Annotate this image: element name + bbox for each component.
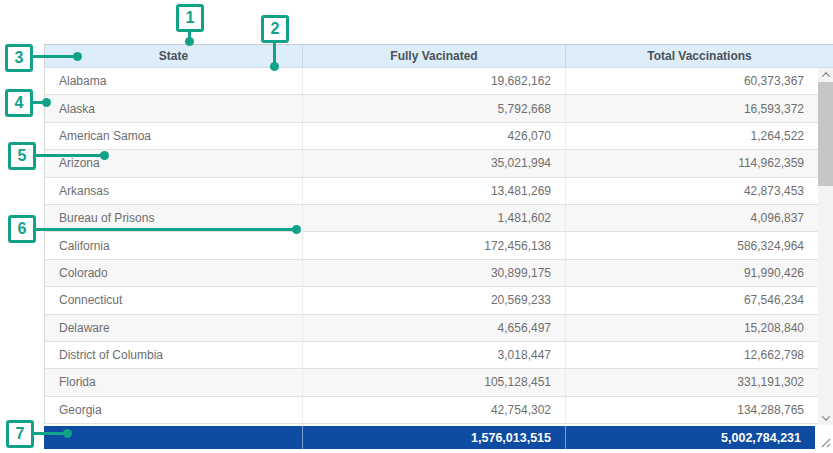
- total-vaccinations-cell: 12,662,798: [565, 342, 818, 368]
- callout-6: 6: [8, 215, 36, 243]
- callout-1: 1: [176, 4, 204, 32]
- column-header-total-vaccinations[interactable]: Total Vaccinations: [565, 45, 833, 67]
- total-vaccinations-cell: 91,990,426: [565, 260, 818, 286]
- callout-7: 7: [6, 420, 34, 448]
- callout-3-dot: [73, 52, 82, 61]
- state-cell: Alabama: [45, 68, 302, 94]
- callout-7-dot: [63, 429, 72, 438]
- state-cell: Arkansas: [45, 178, 302, 204]
- state-cell: District of Columbia: [45, 342, 302, 368]
- fully-vaccinated-cell: 20,569,233: [302, 287, 565, 313]
- total-vaccinations-cell: 15,208,840: [565, 315, 818, 341]
- total-vaccinations-cell: 114,962,359: [565, 150, 818, 176]
- total-vaccinations-cell: 134,288,765: [565, 397, 818, 423]
- vertical-scrollbar[interactable]: [818, 68, 833, 425]
- callout-3: 3: [5, 44, 33, 72]
- state-cell: American Samoa: [45, 123, 302, 149]
- state-cell: California: [45, 232, 302, 258]
- table-row[interactable]: Alabama19,682,16260,373,367: [45, 68, 818, 95]
- callout-1-dot: [185, 37, 194, 46]
- summary-total-vaccinations-cell: 5,002,784,231: [565, 426, 815, 449]
- callout-2-dot: [270, 62, 279, 71]
- fully-vaccinated-cell: 42,754,302: [302, 397, 565, 423]
- table-row[interactable]: Georgia42,754,302134,288,765: [45, 397, 818, 424]
- callout-5-dot: [100, 151, 109, 160]
- summary-fully-vaccinated-cell: 1,576,013,515: [302, 426, 565, 449]
- fully-vaccinated-cell: 30,899,175: [302, 260, 565, 286]
- state-cell: Connecticut: [45, 287, 302, 313]
- table-body: Alabama19,682,16260,373,367Alaska5,792,6…: [44, 68, 818, 424]
- summary-state-cell: [44, 426, 302, 449]
- fully-vaccinated-cell: 3,018,447: [302, 342, 565, 368]
- table-widget-screenshot: State Fully Vacinated Total Vaccinations…: [0, 0, 833, 453]
- table-row[interactable]: American Samoa426,0701,264,522: [45, 123, 818, 150]
- scroll-up-button[interactable]: [818, 68, 833, 82]
- summary-row: 1,576,013,515 5,002,784,231: [44, 426, 815, 449]
- table-row[interactable]: Connecticut20,569,23367,546,234: [45, 287, 818, 314]
- total-vaccinations-cell: 1,264,522: [565, 123, 818, 149]
- scroll-down-button[interactable]: [818, 411, 833, 425]
- state-cell: Georgia: [45, 397, 302, 423]
- table-row[interactable]: Alaska5,792,66816,593,372: [45, 95, 818, 122]
- total-vaccinations-cell: 60,373,367: [565, 68, 818, 94]
- total-vaccinations-cell: 67,546,234: [565, 287, 818, 313]
- column-header-fully-vaccinated[interactable]: Fully Vacinated: [302, 45, 565, 67]
- table-header-row: State Fully Vacinated Total Vaccinations: [44, 44, 833, 68]
- callout-5: 5: [8, 142, 36, 170]
- table-row[interactable]: California172,456,138586,324,964: [45, 232, 818, 259]
- callout-4-dot: [42, 98, 51, 107]
- fully-vaccinated-cell: 105,128,451: [302, 369, 565, 395]
- fully-vaccinated-cell: 1,481,602: [302, 205, 565, 231]
- fully-vaccinated-cell: 5,792,668: [302, 95, 565, 121]
- scrollbar-thumb[interactable]: [818, 82, 833, 186]
- total-vaccinations-cell: 4,096,837: [565, 205, 818, 231]
- state-cell: Delaware: [45, 315, 302, 341]
- state-cell: Florida: [45, 369, 302, 395]
- state-cell: Colorado: [45, 260, 302, 286]
- table-row[interactable]: Delaware4,656,49715,208,840: [45, 315, 818, 342]
- callout-6-line: [36, 228, 296, 231]
- chevron-up-icon: [821, 72, 829, 80]
- callout-5-line: [36, 154, 104, 157]
- total-vaccinations-cell: 42,873,453: [565, 178, 818, 204]
- callout-3-line: [33, 55, 78, 58]
- callout-2-line: [273, 42, 276, 64]
- resize-grip-icon[interactable]: [821, 434, 831, 444]
- table-row[interactable]: District of Columbia3,018,44712,662,798: [45, 342, 818, 369]
- fully-vaccinated-cell: 4,656,497: [302, 315, 565, 341]
- table-row[interactable]: Arkansas13,481,26942,873,453: [45, 178, 818, 205]
- chevron-down-icon: [821, 412, 829, 420]
- state-cell: Alaska: [45, 95, 302, 121]
- fully-vaccinated-cell: 35,021,994: [302, 150, 565, 176]
- fully-vaccinated-cell: 13,481,269: [302, 178, 565, 204]
- fully-vaccinated-cell: 19,682,162: [302, 68, 565, 94]
- callout-2: 2: [261, 15, 289, 43]
- table-row[interactable]: Colorado30,899,17591,990,426: [45, 260, 818, 287]
- fully-vaccinated-cell: 172,456,138: [302, 232, 565, 258]
- fully-vaccinated-cell: 426,070: [302, 123, 565, 149]
- column-header-state[interactable]: State: [45, 45, 302, 67]
- total-vaccinations-cell: 586,324,964: [565, 232, 818, 258]
- table-row[interactable]: Florida105,128,451331,191,302: [45, 369, 818, 396]
- table-row[interactable]: Arizona35,021,994114,962,359: [45, 150, 818, 177]
- total-vaccinations-cell: 16,593,372: [565, 95, 818, 121]
- total-vaccinations-cell: 331,191,302: [565, 369, 818, 395]
- callout-6-dot: [292, 225, 301, 234]
- callout-4: 4: [5, 89, 33, 117]
